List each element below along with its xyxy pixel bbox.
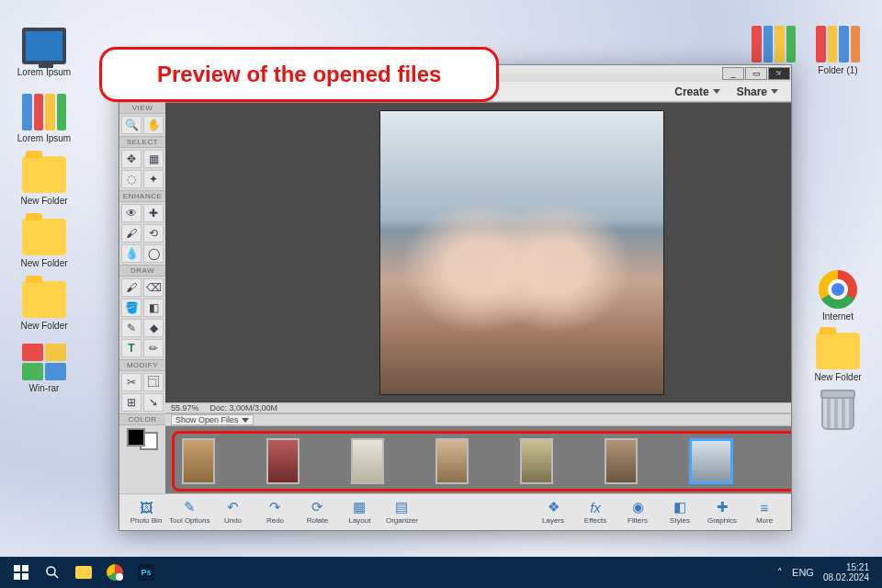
- canvas-area[interactable]: [165, 103, 791, 402]
- sponge-tool[interactable]: ◯: [143, 244, 164, 263]
- desktop-icon-trash[interactable]: [808, 393, 867, 430]
- search-icon: [45, 565, 60, 580]
- fill-tool[interactable]: 🪣: [121, 299, 141, 317]
- desktop-icon-folder[interactable]: New Folder: [15, 281, 74, 331]
- crop-tool[interactable]: ✂: [121, 373, 141, 391]
- rotate-button[interactable]: ⟳Rotate: [298, 496, 336, 529]
- share-label: Share: [737, 85, 767, 98]
- smart-brush-tool[interactable]: 🖌: [121, 224, 141, 243]
- btn-label: Layers: [542, 516, 564, 525]
- folder-icon: [75, 566, 92, 579]
- section-draw: DRAW: [119, 265, 165, 277]
- svg-rect-3: [22, 573, 28, 580]
- undo-icon: ↶: [224, 500, 241, 514]
- show-open-files-dropdown[interactable]: Show Open Files: [171, 414, 254, 425]
- color-swatch[interactable]: [127, 428, 158, 450]
- clock-time: 15:21: [823, 562, 869, 572]
- taskbar-explorer[interactable]: [68, 559, 99, 586]
- desktop-icon-binders[interactable]: [744, 26, 803, 65]
- taskbar-photoshop[interactable]: Ps: [130, 559, 162, 586]
- section-select: SELECT: [119, 136, 165, 148]
- btn-label: Rotate: [307, 516, 329, 525]
- content-aware-tool[interactable]: ⊞: [121, 393, 141, 412]
- brush-tool[interactable]: 🖌: [121, 278, 141, 297]
- straighten-tool[interactable]: ➘: [143, 393, 164, 412]
- organizer-button[interactable]: ▤Organizer: [382, 496, 421, 529]
- thumbnail[interactable]: [435, 438, 469, 484]
- pencil-tool[interactable]: ✏: [143, 339, 164, 357]
- desktop-icon-folder[interactable]: New Folder: [808, 333, 867, 382]
- zoom-tool[interactable]: 🔍: [121, 116, 141, 134]
- foreground-color[interactable]: [127, 428, 145, 447]
- effects-icon: fx: [587, 500, 604, 514]
- layout-button[interactable]: ▦Layout: [340, 496, 379, 529]
- lasso-tool[interactable]: ◌: [121, 170, 141, 188]
- desktop-icon-winrar[interactable]: Win-rar: [15, 344, 74, 393]
- binders-icon: [816, 26, 860, 62]
- desktop-icon-pc[interactable]: Lorem Ipsum: [15, 28, 74, 77]
- tray-chevron[interactable]: ˄: [777, 567, 783, 579]
- hand-tool[interactable]: ✋: [143, 116, 164, 134]
- desktop: Lorem Ipsum Lorem Ipsum New Folder New F…: [0, 0, 882, 588]
- taskbar-chrome[interactable]: [99, 559, 130, 586]
- filters-button[interactable]: ◉Filters: [618, 496, 657, 529]
- desktop-icon-binders[interactable]: Lorem Ipsum: [15, 94, 74, 143]
- create-menu[interactable]: Create: [674, 85, 719, 98]
- eyedropper-tool[interactable]: ✎: [121, 319, 141, 337]
- thumbnail[interactable]: [266, 438, 300, 484]
- type-tool[interactable]: T: [121, 339, 141, 357]
- marquee-tool[interactable]: ▦: [143, 150, 164, 168]
- recompose-tool[interactable]: ⿹: [143, 373, 164, 391]
- graphics-button[interactable]: ✚Graphics: [703, 496, 741, 529]
- eraser-tool[interactable]: ⌫: [143, 278, 164, 297]
- thumbnail[interactable]: [351, 438, 384, 484]
- gradient-tool[interactable]: ◧: [143, 299, 164, 317]
- btn-label: Effects: [584, 516, 606, 525]
- more-button[interactable]: ≡More: [745, 496, 784, 529]
- effects-button[interactable]: fxEffects: [576, 496, 615, 529]
- redeye-tool[interactable]: 👁: [121, 204, 141, 222]
- graphics-icon: ✚: [714, 500, 730, 514]
- create-label: Create: [674, 85, 708, 98]
- thumbnail[interactable]: [605, 438, 638, 484]
- desktop-icon-chrome[interactable]: Internet: [808, 270, 867, 322]
- desktop-icon-folder[interactable]: New Folder: [15, 219, 74, 268]
- shape-tool[interactable]: ◆: [143, 319, 164, 337]
- taskbar-search[interactable]: [37, 559, 68, 586]
- taskbar-clock[interactable]: 15:21 08.02.2024: [823, 562, 869, 582]
- btn-label: Filters: [628, 516, 648, 525]
- redo-button[interactable]: ↷Redo: [255, 496, 294, 529]
- desktop-icon-folder[interactable]: New Folder: [15, 156, 74, 206]
- start-button[interactable]: [6, 559, 37, 586]
- computer-icon: [22, 28, 66, 64]
- canvas-status-strip: 55.97% Doc: 3,00M/3,00M: [165, 402, 791, 413]
- blur-tool[interactable]: 💧: [121, 244, 141, 263]
- wand-tool[interactable]: ✦: [143, 170, 164, 188]
- clone-tool[interactable]: ⟲: [143, 224, 164, 243]
- window-minimize-button[interactable]: _: [722, 67, 744, 80]
- btn-label: Undo: [224, 516, 242, 525]
- photo-bin: [165, 426, 791, 493]
- current-image: [379, 110, 664, 395]
- thumbnail-selected[interactable]: [689, 438, 733, 484]
- thumbnail[interactable]: [520, 438, 553, 484]
- icon-label: Win-rar: [15, 383, 74, 393]
- tray-language[interactable]: ENG: [792, 567, 814, 578]
- thumbnail[interactable]: [182, 438, 215, 484]
- trash-icon: [821, 393, 854, 430]
- undo-button[interactable]: ↶Undo: [213, 496, 252, 529]
- btn-label: Photo Bin: [130, 516, 163, 525]
- styles-button[interactable]: ◧Styles: [661, 496, 699, 529]
- move-tool[interactable]: ✥: [121, 150, 141, 168]
- share-menu[interactable]: Share: [737, 85, 778, 98]
- photo-bin-icon: 🖼: [138, 500, 154, 514]
- tool-options-button[interactable]: ✎Tool Options: [169, 496, 209, 529]
- window-maximize-button[interactable]: ▭: [745, 67, 767, 80]
- spot-heal-tool[interactable]: ✚: [143, 204, 164, 222]
- desktop-icon-binders-2[interactable]: Folder (1): [808, 26, 867, 75]
- photo-bin-button[interactable]: 🖼Photo Bin: [127, 496, 165, 529]
- filters-icon: ◉: [629, 500, 646, 514]
- svg-rect-1: [22, 565, 28, 571]
- layers-button[interactable]: ❖Layers: [534, 496, 572, 529]
- svg-line-5: [54, 574, 58, 578]
